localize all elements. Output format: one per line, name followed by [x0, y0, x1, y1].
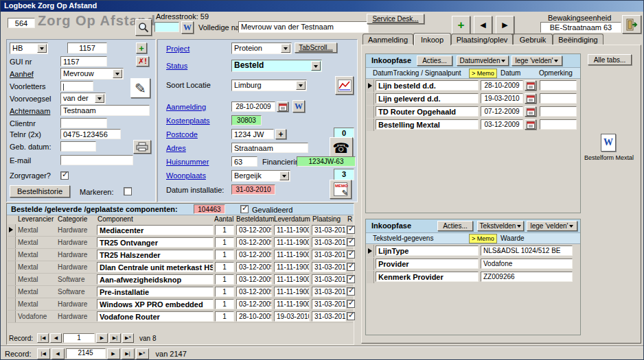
row-selector[interactable]	[8, 311, 16, 322]
acties-button[interactable]: Acties...	[437, 221, 473, 231]
cell-leverdatum[interactable]: 11-11-1900	[274, 225, 310, 235]
row-selector[interactable]	[367, 271, 374, 283]
cell-aantal[interactable]: 1	[215, 287, 234, 297]
tab-beeindiging[interactable]: Beëindiging	[553, 34, 603, 45]
bestelhistorie-button[interactable]: Bestelhistorie	[10, 185, 70, 197]
cell-aantal[interactable]: 1	[215, 237, 234, 248]
table-row[interactable]: Mextal Hardware Dlan Centrale unit meter…	[8, 261, 353, 274]
aanmelding-field[interactable]: 28-10-2009	[231, 101, 275, 112]
datum-row-value[interactable]: 19-03-2010	[481, 93, 523, 104]
cell-component[interactable]: Vodafone Router	[97, 311, 214, 322]
aanmelding-calendar-button[interactable]	[277, 101, 288, 112]
nav-last-button[interactable]: ▶|	[109, 333, 121, 343]
tabscroll-button[interactable]: TabScroll...	[295, 43, 337, 53]
nav-prev-button[interactable]: ◀	[50, 333, 62, 343]
tekst-row[interactable]: Kenmerk Provider ZZ009266	[367, 271, 581, 284]
tekst-row-value[interactable]: Vodafone	[481, 259, 573, 269]
cell-besteldatum[interactable]: 03-12-2009	[236, 262, 272, 272]
cell-aantal[interactable]: 1	[215, 225, 234, 235]
achternaam-field[interactable]: Testnaam	[60, 105, 150, 116]
datum-row-value[interactable]: 07-12-2009	[481, 106, 523, 117]
kostenplaats-label[interactable]: Kostenplaats	[166, 117, 210, 125]
row-selector[interactable]	[367, 245, 374, 257]
tab-aanmelding[interactable]: Aanmelding	[363, 34, 413, 45]
delete-button[interactable]: ✗!	[136, 56, 149, 67]
tekst-row-value[interactable]: NLS&ADSL 1024/512 BE	[481, 245, 573, 256]
row-selector[interactable]	[8, 224, 16, 236]
acties-button[interactable]: Acties...	[417, 56, 452, 66]
search-button[interactable]	[135, 19, 152, 36]
datumvelden-button[interactable]: Datumvelden	[457, 56, 509, 66]
cell-component[interactable]: Mediacenter	[97, 225, 214, 235]
quick-search-field[interactable]	[154, 22, 179, 32]
huisnummer-field[interactable]: 63	[231, 156, 257, 167]
kostenplaats-field[interactable]: 30803	[231, 115, 262, 125]
clientnr-field[interactable]	[60, 118, 107, 128]
calendar-button[interactable]	[525, 119, 536, 130]
cell-besteldatum[interactable]: 03-12-2009	[236, 250, 272, 260]
add-record-button[interactable]: +	[452, 16, 470, 34]
service-desk-button[interactable]: Service Desk...	[367, 14, 424, 24]
edit-name-button[interactable]: ✎	[130, 78, 150, 98]
lege-velden-button[interactable]: lege 'velden'	[511, 56, 562, 66]
chart-button[interactable]	[335, 76, 354, 95]
tekst-row-value[interactable]: ZZ009266	[481, 272, 573, 282]
cell-component[interactable]: Pre-installatie	[97, 287, 214, 297]
aanhef-combo[interactable]: Mevrouw	[60, 68, 124, 80]
cell-aantal[interactable]: 1	[215, 311, 234, 322]
cell-leverdatum[interactable]: 19-03-2010	[274, 311, 310, 322]
postcode-add-button[interactable]: +	[275, 129, 286, 139]
gebdatum-field[interactable]	[60, 141, 96, 152]
status-combo[interactable]: Besteld	[231, 60, 322, 72]
aanmelding-word-button[interactable]: W	[292, 100, 305, 112]
datum-row-opmerking[interactable]	[540, 106, 577, 117]
fax-button[interactable]	[133, 140, 151, 154]
datum-installatie-field[interactable]: 31-03-2010	[231, 184, 275, 195]
cell-component[interactable]: Aan-afwezigheidsknop	[97, 274, 214, 285]
tab-inkoop[interactable]: Inkoop	[413, 33, 451, 45]
row-selector[interactable]	[8, 274, 16, 285]
cell-plaatsing[interactable]: 31-03-2010	[312, 287, 346, 297]
cell-leverdatum[interactable]: 11-11-1900	[274, 299, 310, 309]
cell-r-checkbox[interactable]	[347, 287, 355, 296]
postcode-label[interactable]: Postcode	[166, 130, 198, 139]
calendar-button[interactable]	[525, 80, 536, 91]
word-merge-button[interactable]: W	[181, 21, 194, 34]
bewakingseenheid-field[interactable]: BE-Straatnaam 63	[540, 22, 621, 33]
dropdown-icon[interactable]	[281, 44, 290, 53]
row-selector[interactable]	[8, 261, 16, 273]
nav-prev-button[interactable]: ◀	[51, 348, 65, 359]
cell-r-checkbox[interactable]	[347, 263, 355, 271]
soort-locatie-combo[interactable]: Limburg	[231, 80, 307, 91]
cell-leverdatum[interactable]: 11-11-1900	[274, 237, 310, 248]
gevalideerd-checkbox[interactable]	[240, 205, 249, 213]
project-combo[interactable]: Proteion	[231, 43, 292, 54]
email-field[interactable]	[60, 155, 133, 165]
datum-row[interactable]: Lijn geleverd d.d. 19-03-2010	[367, 93, 581, 106]
cell-r-checkbox[interactable]	[347, 275, 355, 283]
cell-plaatsing[interactable]: 31-03-2010	[312, 237, 346, 248]
datum-row[interactable]: TD Router Opgehaald 07-12-2009	[367, 106, 581, 119]
hb-combo[interactable]: HB	[10, 43, 48, 54]
nav-new-button[interactable]: ▶*	[122, 333, 134, 343]
cell-r-checkbox[interactable]	[347, 250, 355, 259]
tekstvelden-button[interactable]: Tekstvelden	[477, 221, 524, 231]
table-row[interactable]: Mextal Hardware Mediacenter 1 03-12-2009…	[8, 224, 353, 237]
datum-row-value[interactable]: 03-12-2009	[481, 119, 523, 130]
aanmelding-label[interactable]: Aanmelding	[166, 103, 206, 111]
cell-aantal[interactable]: 1	[215, 250, 234, 260]
table-row[interactable]: Vodafone Hardware Vodafone Router 1 28-1…	[8, 311, 353, 323]
row-selector[interactable]	[367, 93, 374, 105]
calendar-button[interactable]	[525, 106, 536, 117]
cell-besteldatum[interactable]: 03-12-2009	[236, 237, 272, 248]
cell-leverdatum[interactable]: 11-11-1900	[274, 287, 310, 297]
volledige-naam-field[interactable]: Mevrouw van der Testnaam	[238, 21, 369, 33]
table-row[interactable]: Mextal Software Aan-afwezigheidsknop 1 0…	[8, 274, 353, 286]
table-row[interactable]: Mextal Software Pre-installatie 1 03-12-…	[8, 286, 353, 298]
tekst-row[interactable]: Provider Vodafone	[367, 258, 581, 271]
nav-first-button[interactable]: |◀	[37, 333, 49, 343]
datum-row-opmerking[interactable]	[540, 80, 577, 91]
woonplaats-combo[interactable]: Bergeijk	[231, 170, 290, 182]
nav-new-button[interactable]: ▶*	[136, 348, 149, 359]
cell-aantal[interactable]: 1	[215, 262, 234, 272]
